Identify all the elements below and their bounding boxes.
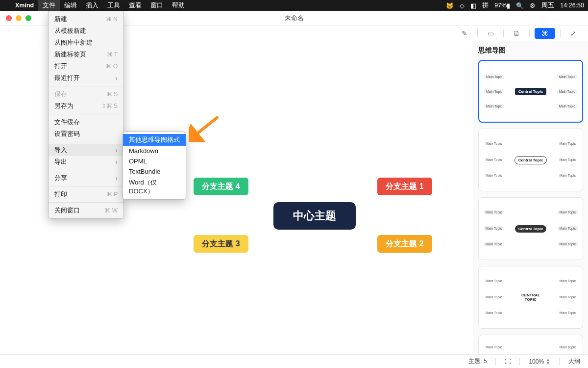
statusbar-cat-icon[interactable]: 🐱 bbox=[446, 2, 454, 9]
template-sidebar: 思维导图 Central Topic Main Topic Main Topic… bbox=[473, 41, 588, 354]
submenu-item-opml[interactable]: OPML bbox=[123, 156, 186, 166]
macos-menubar: Xmind 文件 编辑 插入 工具 查看 窗口 帮助 🐱 ◇ ◧ 拼 97% ▮… bbox=[0, 0, 588, 11]
menu-view[interactable]: 查看 bbox=[124, 0, 146, 11]
branch-topic-2[interactable]: 分支主题 2 bbox=[377, 235, 432, 253]
template-thumb-3[interactable]: Central Topic Main Topic Main Topic Main… bbox=[478, 197, 583, 260]
apple-menu-icon[interactable] bbox=[4, 0, 11, 11]
toolbar-format-icon[interactable]: ✎ bbox=[457, 28, 472, 39]
statusbar-tag-icon[interactable]: ◇ bbox=[460, 2, 465, 9]
menu-tools[interactable]: 工具 bbox=[103, 0, 124, 11]
menu-item-export[interactable]: 导出 bbox=[49, 156, 123, 168]
menu-item-set-password[interactable]: 设置密码 bbox=[49, 128, 123, 140]
maximize-window-icon[interactable] bbox=[25, 15, 31, 21]
status-zoom[interactable]: 100%▲▼ bbox=[529, 358, 550, 365]
menu-item-print[interactable]: 打印⌘ P bbox=[49, 188, 123, 200]
toolbar-structure-icon[interactable]: ⌘ bbox=[535, 28, 555, 39]
menu-item-open[interactable]: 打开⌘ O bbox=[49, 60, 123, 72]
app-menu[interactable]: Xmind bbox=[11, 0, 38, 11]
menu-item-new-tab[interactable]: 新建标签页⌘ T bbox=[49, 49, 123, 60]
menu-item-recent[interactable]: 最近打开 bbox=[49, 72, 123, 84]
status-topic-count: 主题: 5 bbox=[468, 357, 487, 366]
template-thumb-2[interactable]: Central Topic Main Topic Main Topic Main… bbox=[478, 129, 583, 191]
toolbar-notes-icon[interactable]: 🗎 bbox=[509, 28, 524, 39]
menu-edit[interactable]: 编辑 bbox=[60, 0, 81, 11]
menu-insert[interactable]: 插入 bbox=[81, 0, 103, 11]
template-thumb-5[interactable]: Central Topic Main Topic Main Topic Main… bbox=[478, 335, 583, 354]
statusbar: 主题: 5 ⛶ 100%▲▼ 大纲 bbox=[0, 354, 588, 368]
template-thumb-1[interactable]: Central Topic Main Topic Main Topic Main… bbox=[478, 60, 583, 123]
central-topic-node[interactable]: 中心主题 bbox=[273, 202, 356, 230]
statusbar-battery[interactable]: 97% ▮ bbox=[494, 2, 510, 9]
menu-item-new-from-template[interactable]: 从模板新建 bbox=[49, 25, 123, 37]
menu-item-file-cache[interactable]: 文件缓存 bbox=[49, 116, 123, 128]
toolbar-present-icon[interactable]: ▭ bbox=[483, 28, 498, 39]
menu-help[interactable]: 帮助 bbox=[168, 0, 189, 11]
statusbar-control-center-icon[interactable]: ⚙ bbox=[530, 2, 536, 9]
branch-topic-3[interactable]: 分支主题 3 bbox=[194, 235, 248, 253]
statusbar-search-icon[interactable]: 🔍 bbox=[516, 2, 524, 9]
window-title: 未命名 bbox=[285, 14, 304, 23]
menu-window[interactable]: 窗口 bbox=[146, 0, 168, 11]
statusbar-time[interactable]: 14:26:50 bbox=[560, 2, 584, 9]
branch-topic-1[interactable]: 分支主题 1 bbox=[377, 178, 432, 195]
menu-item-new[interactable]: 新建⌘ N bbox=[49, 13, 123, 25]
file-menu-dropdown: 新建⌘ N 从模板新建 从图库中新建 新建标签页⌘ T 打开⌘ O 最近打开 保… bbox=[48, 11, 124, 219]
window-traffic-lights bbox=[0, 15, 31, 21]
statusbar-day[interactable]: 周五 bbox=[541, 1, 554, 10]
menu-item-close-window[interactable]: 关闭窗口⌘ W bbox=[49, 205, 123, 216]
submenu-item-word[interactable]: Word（仅 DOCX） bbox=[123, 177, 186, 197]
menu-item-share[interactable]: 分享 bbox=[49, 172, 123, 184]
import-submenu: 其他思维导图格式 Markdown OPML TextBundle Word（仅… bbox=[122, 131, 186, 200]
submenu-item-textbundle[interactable]: TextBundle bbox=[123, 166, 186, 177]
menu-item-save: 保存⌘ S bbox=[49, 88, 123, 100]
menu-item-new-from-gallery[interactable]: 从图库中新建 bbox=[49, 37, 123, 49]
status-map-icon[interactable]: ⛶ bbox=[505, 358, 511, 365]
template-thumb-4[interactable]: CENTRAL TOPIC Main Topic Main Topic Main… bbox=[478, 266, 583, 329]
statusbar-input-method[interactable]: 拼 bbox=[482, 1, 489, 10]
sidebar-title: 思维导图 bbox=[478, 46, 583, 55]
submenu-item-other-mindmap[interactable]: 其他思维导图格式 bbox=[123, 134, 186, 146]
close-window-icon[interactable] bbox=[6, 15, 12, 21]
annotation-arrow-icon bbox=[189, 113, 223, 142]
toolbar-share-icon[interactable]: ⤢ bbox=[565, 28, 581, 39]
statusbar-notification-icon[interactable]: ◧ bbox=[470, 2, 476, 9]
menu-item-save-as[interactable]: 另存为⇧⌘ S bbox=[49, 100, 123, 112]
minimize-window-icon[interactable] bbox=[16, 15, 22, 21]
submenu-item-markdown[interactable]: Markdown bbox=[123, 146, 186, 156]
menu-item-import[interactable]: 导入 bbox=[49, 144, 123, 156]
branch-topic-4[interactable]: 分支主题 4 bbox=[194, 178, 248, 195]
menu-file[interactable]: 文件 bbox=[38, 0, 60, 11]
svg-line-1 bbox=[194, 117, 218, 136]
status-outline-button[interactable]: 大纲 bbox=[568, 357, 580, 366]
